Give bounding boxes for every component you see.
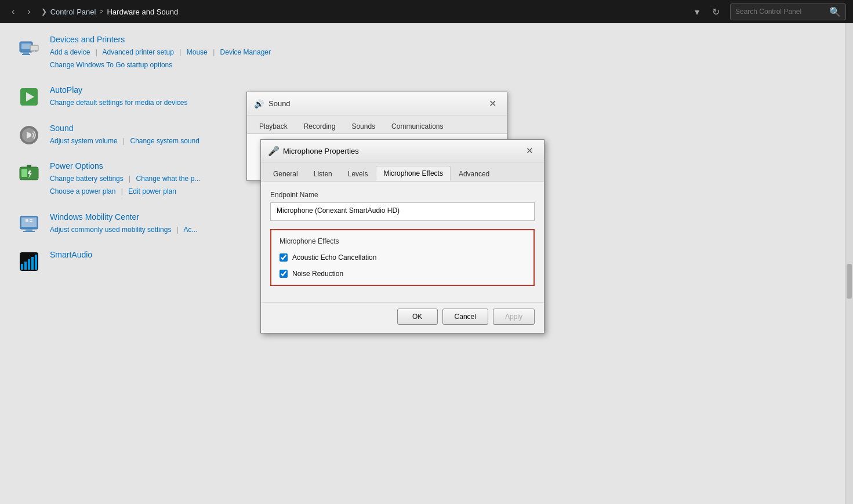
sound-tab-playback[interactable]: Playback <box>252 119 295 133</box>
sound-dialog-title: Sound <box>268 99 481 108</box>
tab-general[interactable]: General <box>266 166 306 181</box>
sound-tab-recording[interactable]: Recording <box>296 119 343 133</box>
refresh-button[interactable]: ↻ <box>707 4 724 20</box>
mic-dialog-icon: 🎤 <box>268 146 278 156</box>
ok-button[interactable]: OK <box>397 309 438 325</box>
mic-close-button[interactable]: ✕ <box>522 144 537 157</box>
effect-item-noise: Noise Reduction <box>280 270 525 278</box>
titlebar: ‹ › ❯ Control Panel > Hardware and Sound… <box>0 0 853 23</box>
dropdown-button[interactable]: ▾ <box>690 4 704 20</box>
cancel-button[interactable]: Cancel <box>442 309 488 325</box>
noise-reduction-checkbox[interactable] <box>280 270 288 278</box>
back-button[interactable]: ‹ <box>7 4 19 19</box>
search-box: 🔍 <box>730 3 846 20</box>
sound-tab-communications[interactable]: Communications <box>384 119 451 133</box>
effects-box: Microphone Effects Acoustic Echo Cancell… <box>270 229 535 286</box>
forward-button[interactable]: › <box>23 4 35 19</box>
echo-cancellation-checkbox[interactable] <box>280 253 288 262</box>
breadcrumb-start-sep: ❯ <box>41 8 47 16</box>
echo-cancellation-label: Acoustic Echo Cancellation <box>292 253 376 262</box>
effect-item-echo: Acoustic Echo Cancellation <box>280 253 525 262</box>
search-input[interactable] <box>735 8 829 16</box>
tab-advanced[interactable]: Advanced <box>451 166 497 181</box>
mic-buttons: OK Cancel Apply <box>261 302 544 333</box>
noise-reduction-label: Noise Reduction <box>292 270 343 278</box>
tab-listen[interactable]: Listen <box>306 166 340 181</box>
mic-dialog: 🎤 Microphone Properties ✕ General Listen… <box>260 139 545 333</box>
mic-tabs: General Listen Levels Microphone Effects… <box>261 162 544 182</box>
breadcrumb-control-panel[interactable]: Control Panel <box>50 8 96 16</box>
apply-button[interactable]: Apply <box>493 309 535 325</box>
titlebar-nav: ‹ › <box>7 4 35 19</box>
dialog-overlay: 🔊 Sound ✕ Playback Recording Sounds Comm… <box>0 23 853 504</box>
sound-dialog-icon: 🔊 <box>254 99 264 108</box>
sound-tabs: Playback Recording Sounds Communications <box>247 115 507 134</box>
endpoint-value: Microphone (Conexant SmartAudio HD) <box>270 202 535 221</box>
breadcrumb-current: Hardware and Sound <box>107 8 178 16</box>
tab-levels[interactable]: Levels <box>340 166 376 181</box>
mic-body: Endpoint Name Microphone (Conexant Smart… <box>261 182 544 302</box>
effects-title: Microphone Effects <box>280 237 525 245</box>
tab-microphone-effects[interactable]: Microphone Effects <box>376 166 451 181</box>
endpoint-label: Endpoint Name <box>270 191 535 199</box>
mic-dialog-title: Microphone Properties <box>283 147 517 155</box>
mic-titlebar: 🎤 Microphone Properties ✕ <box>261 140 544 162</box>
search-icon: 🔍 <box>829 6 841 17</box>
breadcrumb: ❯ Control Panel > Hardware and Sound <box>41 8 690 16</box>
sound-titlebar: 🔊 Sound ✕ <box>247 92 507 115</box>
breadcrumb-mid-sep: > <box>99 8 103 16</box>
sound-close-button[interactable]: ✕ <box>485 97 500 110</box>
sound-tab-sounds[interactable]: Sounds <box>344 119 383 133</box>
titlebar-right-nav: ▾ ↻ <box>690 4 724 20</box>
